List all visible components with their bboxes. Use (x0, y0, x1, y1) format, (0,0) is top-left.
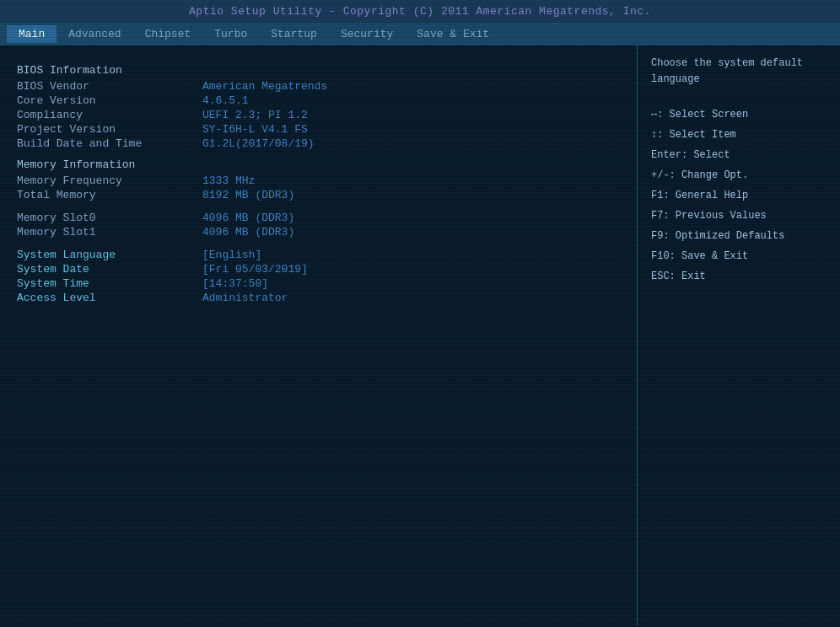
nav-item-main[interactable]: Main (7, 25, 57, 43)
info-row: Memory Slot14096 MB (DDR3) (17, 226, 620, 238)
side-panel: Choose the system default language ↔: Se… (638, 46, 840, 625)
info-label: Access Level (17, 292, 202, 304)
info-row: Memory Frequency1333 MHz (17, 174, 620, 187)
kbd-help-item: F10: Save & Exit (651, 246, 827, 266)
info-value: Administrator (202, 292, 288, 304)
info-label: Memory Slot0 (17, 212, 202, 224)
info-row[interactable]: System Language[English] (17, 249, 620, 261)
kbd-help-item: F9: Optimized Defaults (651, 226, 827, 246)
info-value: American Megatrends (202, 80, 327, 93)
info-row[interactable]: Access LevelAdministrator (17, 292, 620, 304)
info-row: BIOS VendorAmerican Megatrends (17, 80, 620, 93)
info-label: System Date (17, 263, 202, 276)
kbd-help-item: F7: Previous Values (651, 206, 827, 226)
title-bar: Aptio Setup Utility - Copyright (C) 2011… (0, 0, 840, 23)
info-label: Project Version (17, 123, 202, 136)
info-label: Compliancy (17, 109, 202, 121)
info-row: Core Version4.6.5.1 (17, 94, 620, 107)
kbd-help-item: ↕: Select Item (651, 125, 827, 145)
nav-item-advanced[interactable]: Advanced (57, 25, 132, 43)
section-header-1: Memory Information (17, 158, 620, 171)
kbd-help-item: F1: General Help (651, 185, 827, 206)
main-panel: BIOS InformationBIOS VendorAmerican Mega… (0, 46, 638, 625)
info-value: UEFI 2.3; PI 1.2 (202, 109, 308, 121)
info-label: System Language (17, 249, 202, 261)
info-value: 8192 MB (DDR3) (202, 189, 294, 201)
nav-item-chipset[interactable]: Chipset (133, 25, 203, 43)
info-label: Total Memory (17, 189, 202, 201)
nav-item-security[interactable]: Security (329, 25, 405, 43)
nav-item-turbo[interactable]: Turbo (202, 25, 259, 43)
info-label: Memory Slot1 (17, 226, 202, 238)
kbd-help-item: Enter: Select (651, 145, 827, 165)
keyboard-help: ↔: Select Screen↕: Select ItemEnter: Sel… (651, 104, 827, 287)
kbd-help-item: ↔: Select Screen (651, 104, 827, 125)
info-value: [14:37:50] (202, 277, 268, 290)
info-label: Memory Frequency (17, 174, 202, 187)
nav-item-startup[interactable]: Startup (259, 25, 329, 43)
info-value: G1.2L(2017/08/19) (202, 137, 315, 150)
info-value: 1333 MHz (202, 174, 255, 187)
info-value: 4.6.5.1 (202, 94, 249, 107)
info-row[interactable]: System Date[Fri 05/03/2019] (17, 263, 620, 276)
info-label: System Time (17, 277, 202, 290)
info-row: Build Date and TimeG1.2L(2017/08/19) (17, 137, 620, 150)
title-text: Aptio Setup Utility - Copyright (C) 2011… (189, 5, 651, 18)
side-help-description: Choose the system default language (651, 56, 827, 88)
info-row[interactable]: System Time[14:37:50] (17, 277, 620, 290)
info-value: [Fri 05/03/2019] (202, 263, 308, 276)
kbd-help-item: ESC: Exit (651, 266, 827, 287)
content-area: BIOS InformationBIOS VendorAmerican Mega… (0, 46, 840, 625)
info-value: SY-I6H-L V4.1 FS (202, 123, 308, 136)
info-row: CompliancyUEFI 2.3; PI 1.2 (17, 109, 620, 121)
section-header-0: BIOS Information (17, 64, 620, 77)
info-value: [English] (202, 249, 261, 261)
info-row: Total Memory8192 MB (DDR3) (17, 189, 620, 201)
info-label: Core Version (17, 94, 202, 107)
nav-bar: MainAdvancedChipsetTurboStartupSecurityS… (0, 23, 840, 46)
info-label: Build Date and Time (17, 137, 202, 150)
info-value: 4096 MB (DDR3) (202, 226, 294, 238)
kbd-help-item: +/-: Change Opt. (651, 165, 827, 185)
info-label: BIOS Vendor (17, 80, 202, 93)
info-row: Project VersionSY-I6H-L V4.1 FS (17, 123, 620, 136)
info-row: Memory Slot04096 MB (DDR3) (17, 212, 620, 224)
info-value: 4096 MB (DDR3) (202, 212, 294, 224)
nav-item-save-&-exit[interactable]: Save & Exit (405, 25, 501, 43)
